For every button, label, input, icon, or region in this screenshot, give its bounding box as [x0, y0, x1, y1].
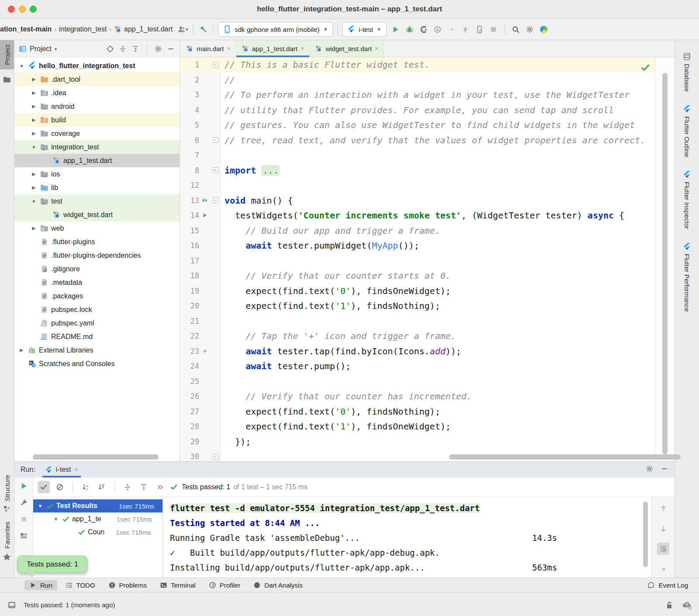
code-area[interactable]: 1−// This is a basic Flutter widget test…	[180, 57, 655, 461]
tab-app-1-test-dart[interactable]: app_1_test.dart×	[236, 40, 310, 57]
code-line-20[interactable]: 20 expect(find.text('1'), findsNothing);	[180, 298, 655, 314]
rerun-tests-button[interactable]	[20, 482, 28, 491]
code-line-8[interactable]: 8+import ...	[180, 163, 655, 178]
code-line-17[interactable]: 17	[180, 253, 655, 269]
editor-hscrollbar[interactable]	[449, 454, 681, 460]
coverage-caret[interactable]	[446, 24, 457, 35]
toolwindow-button-run[interactable]: Run	[24, 580, 57, 590]
flutter-attach-button[interactable]	[474, 24, 485, 35]
settings-button[interactable]	[646, 465, 654, 474]
breadcrumb-item-ation-test-main[interactable]: ation_test-main	[0, 25, 52, 33]
scroll-down-button[interactable]	[657, 523, 669, 535]
code-line-23[interactable]: 23+ await tester.tap(find.byIcon(Icons.a…	[180, 344, 655, 359]
tree-item-readme-md[interactable]: MDREADME.md	[14, 330, 180, 343]
code-line-7[interactable]: 7	[180, 148, 655, 163]
tree-item-external-libraries[interactable]: ▶External Libraries	[14, 343, 180, 357]
tree-item-android[interactable]: ▶android	[14, 100, 180, 113]
toolwindow-button-profiler[interactable]: Profiler	[204, 580, 246, 590]
tree-item-dart-tool[interactable]: ▶.dart_tool	[14, 73, 180, 86]
close-window-button[interactable]	[8, 6, 15, 13]
tree-item-packages[interactable]: .packages	[14, 289, 180, 303]
tree-item-hello-flutter-integration-test[interactable]: ▼hello_flutter_integration_test	[14, 59, 180, 73]
tree-item-integration-test[interactable]: ▼integration_test	[14, 140, 180, 154]
tree-arrow-icon[interactable]: ▶	[30, 131, 38, 136]
tree-item-flutter-plugins[interactable]: .flutter-plugins	[14, 235, 180, 249]
test-tree-item-coun[interactable]: Coun1sec 715ms	[33, 526, 163, 539]
test-tree-item-test-results[interactable]: ▼Test Results1sec 715ms	[33, 499, 163, 512]
code-line-2[interactable]: 2//	[180, 73, 655, 88]
code-line-1[interactable]: 1−// This is a basic Flutter widget test…	[180, 57, 655, 73]
tree-item-scratches-and-consoles[interactable]: Scratches and Consoles	[14, 357, 180, 370]
run-all-tests-icon[interactable]	[202, 197, 208, 204]
tree-arrow-icon[interactable]: ▶	[30, 185, 38, 190]
code-line-15[interactable]: 15 // Build our app and trigger a frame.	[180, 223, 655, 239]
toolwindow-button-terminal[interactable]: Terminal	[155, 580, 201, 590]
tree-arrow-icon[interactable]: ▶	[30, 225, 38, 231]
scrollbar-thumb[interactable]	[662, 73, 668, 454]
test-console[interactable]: flutter test -d emulator-5554 integratio…	[163, 497, 651, 578]
debug-button[interactable]	[404, 24, 415, 35]
folder-icon[interactable]	[3, 76, 11, 83]
expand-all-button[interactable]	[119, 45, 127, 53]
code-line-5[interactable]: 5// gestures. You can also use WidgetTes…	[180, 118, 655, 133]
unfold-marker-icon[interactable]: +	[213, 167, 218, 173]
toolwindow-button-todo[interactable]: TODO	[61, 580, 100, 590]
stop-tests-button[interactable]	[20, 515, 28, 525]
editor-scrollbar[interactable]	[655, 57, 675, 461]
toolwindow-toggle-icon[interactable]	[8, 601, 16, 609]
tab-main-dart[interactable]: main.dart×	[181, 40, 236, 57]
tree-item-test[interactable]: ▼test	[14, 194, 180, 208]
test-tree-item-app-1-te[interactable]: ▼app_1_te1sec 715ms	[33, 512, 163, 526]
more-actions-button[interactable]	[154, 481, 166, 493]
test-settings-button[interactable]	[20, 498, 28, 508]
sidebar-item-flutter-performance[interactable]: Flutter Performance	[683, 242, 691, 312]
scroll-up-button[interactable]	[657, 502, 669, 515]
code-line-16[interactable]: 16 await tester.pumpWidget(MyApp());	[180, 238, 655, 253]
tree-arrow-icon[interactable]: ▶	[18, 347, 25, 353]
tree-item-lib[interactable]: ▶lib	[14, 181, 180, 194]
stop-button[interactable]	[488, 24, 499, 35]
soft-wrap-toggle[interactable]	[657, 543, 669, 555]
vcs-users-button[interactable]: ▾	[177, 24, 188, 35]
close-icon[interactable]: ×	[301, 45, 304, 52]
tree-item-ios[interactable]: ▶ios	[14, 167, 180, 181]
settings-button[interactable]	[524, 24, 536, 35]
locate-button[interactable]	[106, 45, 114, 53]
hide-button[interactable]	[167, 45, 175, 53]
tree-arrow-icon[interactable]: ▶	[30, 171, 38, 177]
code-line-4[interactable]: 4// utility that Flutter provides. For e…	[180, 103, 655, 118]
code-line-25[interactable]: 25	[180, 374, 655, 389]
fold-marker-icon[interactable]: −	[213, 454, 218, 460]
close-icon[interactable]: ×	[74, 466, 78, 473]
more-actions-icon[interactable]: »	[662, 565, 664, 572]
tree-item-idea[interactable]: ▶.idea	[14, 86, 180, 100]
show-passed-toggle[interactable]	[38, 481, 50, 493]
coverage-button[interactable]	[432, 24, 443, 35]
run-button[interactable]	[390, 24, 401, 35]
tree-item-coverage[interactable]: ▶coverage	[14, 127, 180, 140]
fold-marker-icon[interactable]: −	[213, 197, 218, 203]
project-hscrollbar[interactable]	[33, 454, 159, 460]
expand-all-button[interactable]	[121, 481, 134, 493]
tree-arrow-icon[interactable]: ▶	[30, 104, 38, 109]
code-line-26[interactable]: 26 // Verify that our counter has increm…	[180, 389, 655, 404]
sidebar-item-structure[interactable]: Structure	[0, 471, 14, 517]
help-cloud-icon[interactable]: ?	[682, 600, 692, 610]
sidebar-item-flutter-inspector[interactable]: Flutter Inspector	[683, 170, 691, 229]
code-line-3[interactable]: 3// To perform an interaction with a wid…	[180, 87, 655, 103]
code-line-29[interactable]: 29 });	[180, 434, 655, 450]
tree-item-build[interactable]: ▶build	[14, 113, 180, 127]
hide-button[interactable]	[661, 465, 668, 474]
breadcrumb-item-integration-test[interactable]: integration_test	[59, 25, 107, 33]
show-ignored-toggle[interactable]	[54, 481, 66, 493]
tree-arrow-icon[interactable]: ▶	[30, 117, 38, 123]
tree-arrow-icon[interactable]: ▼	[30, 145, 38, 150]
tree-item-pubspec-yaml[interactable]: YMLpubspec.yaml	[14, 316, 180, 330]
lock-icon[interactable]	[665, 601, 674, 609]
close-icon[interactable]: ×	[227, 45, 231, 52]
sidebar-item-database[interactable]: Database	[683, 52, 691, 92]
tree-arrow-icon[interactable]: ▼	[30, 199, 38, 204]
tab-widget-test-dart[interactable]: widget_test.dart×	[310, 40, 384, 57]
code-line-14[interactable]: 14 testWidgets('Counter increments smoke…	[180, 208, 655, 223]
tree-item-flutter-plugins-dependencies[interactable]: .flutter-plugins-dependencies	[14, 249, 180, 262]
